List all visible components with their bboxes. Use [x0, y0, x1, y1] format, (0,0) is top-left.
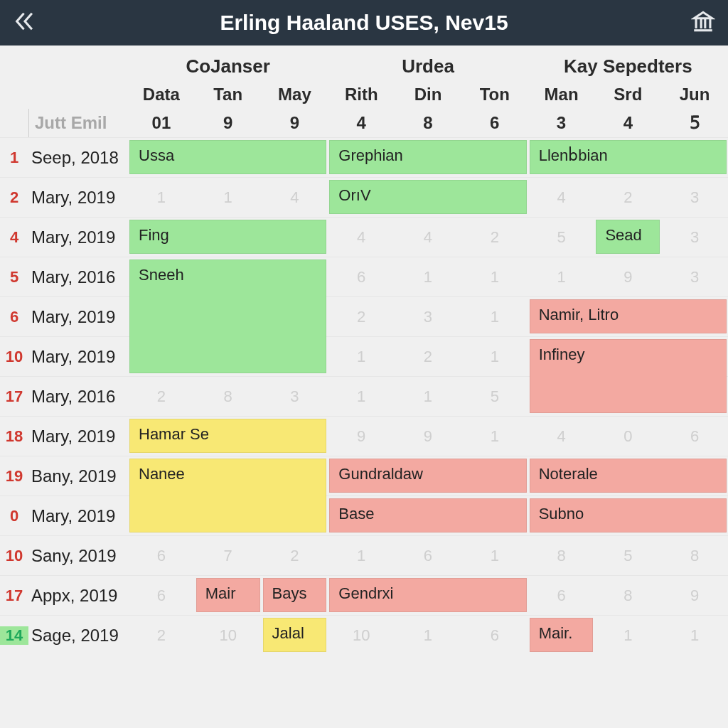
row-header-label: Jutt Emil [28, 109, 128, 137]
schedule-block[interactable]: Fing [129, 220, 326, 254]
cell: 1 [461, 427, 528, 446]
row-index: 14 [0, 626, 28, 645]
cell: 7 [195, 547, 262, 565]
cell: 5 [461, 387, 528, 406]
cell: 4 [328, 228, 395, 247]
column-header: May [262, 80, 328, 109]
cell: 4 [395, 228, 461, 247]
column-header: Data [128, 80, 195, 109]
schedule-block[interactable]: Mair [196, 578, 260, 612]
cell: 9 [328, 427, 395, 446]
schedule-block[interactable]: OrıV [329, 180, 526, 214]
row-label: Mary, 2019 [28, 228, 128, 247]
schedule-block[interactable]: Bays [263, 578, 327, 612]
cell: 6 [661, 427, 728, 446]
cell: 8 [195, 387, 262, 406]
column-subheader: 9 [262, 109, 328, 137]
cell: 3 [661, 268, 728, 287]
schedule-block[interactable]: Gundraldaw [329, 459, 526, 493]
cell: 2 [395, 348, 461, 366]
column-group: CoJanser [128, 46, 328, 80]
cell: 1 [461, 547, 528, 565]
schedule-block[interactable]: Ussa [129, 140, 326, 174]
schedule-block[interactable]: Infiney [530, 339, 727, 413]
cell: 1 [328, 348, 395, 366]
column-group: Kay Sepedters [528, 46, 728, 80]
schedule-block[interactable]: Gendrxi [329, 578, 526, 612]
cell: 5 [528, 228, 595, 247]
row-label: Bany, 2019 [28, 466, 128, 486]
cell: 6 [395, 547, 461, 565]
chevrons-left-icon[interactable] [13, 9, 37, 36]
cell: 9 [661, 587, 728, 605]
cell: 6 [128, 547, 195, 565]
cell: 1 [128, 188, 195, 207]
schedule-block[interactable]: Llenḃbian [530, 140, 727, 174]
schedule-block[interactable]: Base [329, 498, 526, 532]
column-header: Rith [328, 80, 395, 109]
row-label: Mary, 2016 [28, 387, 128, 407]
schedule-block[interactable]: Sead [596, 220, 660, 254]
row-index: 6 [0, 308, 28, 326]
table-row[interactable]: 10Sany, 2019672161858 [0, 535, 728, 575]
cell: 1 [461, 348, 528, 366]
schedule-block[interactable]: Nanee [129, 459, 326, 532]
cell: 6 [128, 587, 195, 605]
row-label: Mary, 2019 [28, 347, 128, 367]
cell: 4 [528, 427, 595, 446]
cell: 6 [328, 268, 395, 287]
column-header: Din [395, 80, 461, 109]
table-row[interactable]: 5Mary, 2016611193 [0, 257, 728, 296]
row-label: Mary, 2019 [28, 307, 128, 327]
cell: 6 [528, 587, 595, 605]
cell: 8 [661, 547, 728, 565]
cell: 2 [328, 308, 395, 326]
column-header: Ton [461, 80, 528, 109]
schedule-block[interactable]: Hamar Se [129, 419, 326, 453]
row-index: 17 [0, 587, 28, 605]
row-index: 1 [0, 149, 28, 167]
cell: 2 [262, 547, 328, 565]
schedule-block[interactable]: Noterale [530, 459, 727, 493]
bank-icon[interactable] [691, 9, 715, 36]
row-label: Mary, 2019 [28, 188, 128, 208]
schedule-block[interactable]: Jalal [263, 618, 327, 652]
cell: 3 [262, 387, 328, 406]
column-subheader: 8 [395, 109, 461, 137]
row-index: 18 [0, 427, 28, 446]
column-group: Urdea [328, 46, 528, 80]
cell: 9 [395, 427, 461, 446]
column-subheader: 4 [328, 109, 395, 137]
schedule-block[interactable]: Grephian [329, 140, 526, 174]
column-subheader: 3 [528, 109, 595, 137]
cell: 4 [262, 188, 328, 207]
cell: 10 [195, 626, 262, 645]
column-header: Man [528, 80, 595, 109]
column-subheader: 01 [128, 109, 195, 137]
cell: 8 [594, 587, 661, 605]
schedule-block[interactable]: Sneeh [129, 259, 326, 373]
cell: 0 [594, 427, 661, 446]
column-header: Tan [195, 80, 262, 109]
cell: 1 [594, 626, 661, 645]
cell: 1 [461, 308, 528, 326]
table-row[interactable]: 18Mary, 2019991406 [0, 416, 728, 456]
cell: 10 [328, 626, 395, 645]
cell: 6 [461, 626, 528, 645]
row-index: 0 [0, 507, 28, 525]
row-label: Mary, 2019 [28, 427, 128, 446]
cell: 1 [461, 268, 528, 287]
row-index: 19 [0, 467, 28, 486]
table-row[interactable]: 14Sage, 2019210101611 [0, 615, 728, 655]
column-header: Srd [594, 80, 661, 109]
column-subheader: 4 [594, 109, 661, 137]
schedule-block[interactable]: Subno [530, 498, 727, 532]
schedule-block[interactable]: Mair. [530, 618, 594, 652]
column-subheader: 5̄ [661, 109, 728, 137]
row-label: Sage, 2019 [28, 626, 128, 646]
schedule-block[interactable]: Namir, Litro [530, 299, 727, 333]
cell: 1 [528, 268, 595, 287]
cell: 1 [395, 268, 461, 287]
row-label: Mary, 2019 [28, 506, 128, 526]
cell: 1 [195, 188, 262, 207]
